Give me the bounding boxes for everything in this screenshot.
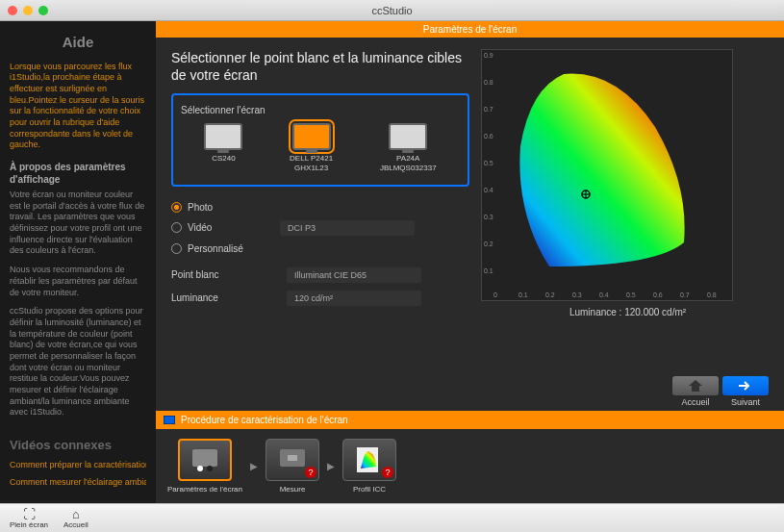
svg-rect-2 [192, 449, 217, 467]
monitor-icon [292, 123, 331, 150]
radio-icon [171, 202, 182, 213]
svg-point-3 [197, 466, 203, 471]
mode-radio-video[interactable]: VidéoDCI P3 [171, 216, 469, 240]
svg-point-4 [207, 466, 213, 471]
icc-profile-icon [355, 445, 384, 474]
parameters-header-bar: Paramètres de l'écran [156, 21, 784, 38]
radio-icon [171, 243, 182, 254]
whitepoint-label: Point blanc [171, 269, 287, 280]
home-button[interactable] [672, 376, 719, 395]
select-monitor-label: Sélectionner l'écran [181, 105, 460, 115]
procedure-bar: Procédure de caractérisation de l'écran [156, 411, 784, 429]
help-title: Aide [10, 33, 146, 52]
procedure-steps: Paramètres de l'écran ▶ ? Mesure ▶ ? Pro… [156, 429, 784, 503]
step-icc-profile[interactable]: ? Profil ICC [342, 439, 396, 494]
mode-radio-custom[interactable]: Personnalisé [171, 240, 469, 258]
next-button[interactable] [722, 376, 769, 395]
help-badge-icon: ? [382, 467, 393, 478]
svg-rect-6 [288, 455, 297, 461]
window-title: ccStudio [371, 5, 412, 16]
monitor-mini-icon [164, 416, 175, 424]
mode-radio-photo[interactable]: Photo [171, 198, 469, 216]
help-paragraph: ccStudio propose des options pour défini… [10, 306, 146, 418]
help-paragraph: Votre écran ou moniteur couleur est le p… [10, 190, 146, 257]
video-link-ambient[interactable]: Comment mesurer l'éclairage ambiant [10, 477, 146, 489]
radio-icon [171, 222, 182, 233]
gamut-svg [511, 69, 703, 271]
footer-home-button[interactable]: ⌂ Accueil [63, 508, 89, 529]
minimize-window-button[interactable] [23, 6, 33, 15]
titlebar: ccStudio [0, 0, 784, 21]
zoom-window-button[interactable] [38, 6, 48, 15]
measure-icon [276, 447, 309, 472]
whitepoint-field[interactable]: Illuminant CIE D65 [287, 267, 421, 283]
display-settings-icon [189, 447, 221, 472]
luminance-label: Luminance [171, 292, 287, 303]
step-measure[interactable]: ? Mesure [266, 439, 319, 494]
monitor-select-box: Sélectionner l'écran CS240 DELL P2421 GH… [171, 93, 469, 186]
fullscreen-button[interactable]: ⛶ Plein écran [10, 508, 48, 529]
monitor-option-cs240[interactable]: CS240 [204, 123, 242, 172]
home-icon [689, 380, 702, 392]
monitor-option-dell-p2421[interactable]: DELL P2421 GHX1L23 [290, 123, 333, 172]
luminance-field[interactable]: 120 cd/m² [287, 291, 421, 306]
close-window-button[interactable] [8, 6, 17, 15]
help-section-heading: À propos des paramètres d'affichage [10, 161, 146, 186]
monitor-icon [389, 123, 427, 150]
home-icon: ⌂ [72, 508, 80, 520]
step-display-settings[interactable]: Paramètres de l'écran [167, 439, 242, 494]
help-badge-icon: ? [305, 467, 316, 478]
luminance-readout: Luminance : 120.000 cd/m² [481, 307, 774, 317]
page-title: Sélectionner le point blanc et la lumina… [171, 49, 469, 84]
content-area: Paramètres de l'écran Sélectionner le po… [156, 21, 784, 503]
help-intro: Lorsque vous parcourez les flux i1Studio… [10, 62, 146, 152]
help-paragraph: Nous vous recommandons de rétablir les p… [10, 265, 146, 298]
help-sidebar: Aide Lorsque vous parcourez les flux i1S… [0, 21, 156, 503]
footer-toolbar: ⛶ Plein écran ⌂ Accueil [0, 503, 784, 532]
chromaticity-chart: 0.9 0.8 0.7 0.6 0.5 0.4 0.3 0.2 0.1 0 0.… [481, 49, 733, 301]
monitor-option-pa24a[interactable]: PA24A JBLMQS032337 [380, 123, 437, 172]
chevron-right-icon: ▶ [250, 461, 258, 471]
monitor-icon [204, 123, 242, 150]
chevron-right-icon: ▶ [327, 461, 335, 471]
arrow-right-icon [739, 381, 752, 391]
video-link-prepare[interactable]: Comment préparer la caractérisation [10, 460, 146, 471]
videos-heading: Vidéos connexes [10, 438, 146, 454]
fullscreen-icon: ⛶ [23, 508, 36, 520]
video-preset-field[interactable]: DCI P3 [280, 220, 415, 236]
